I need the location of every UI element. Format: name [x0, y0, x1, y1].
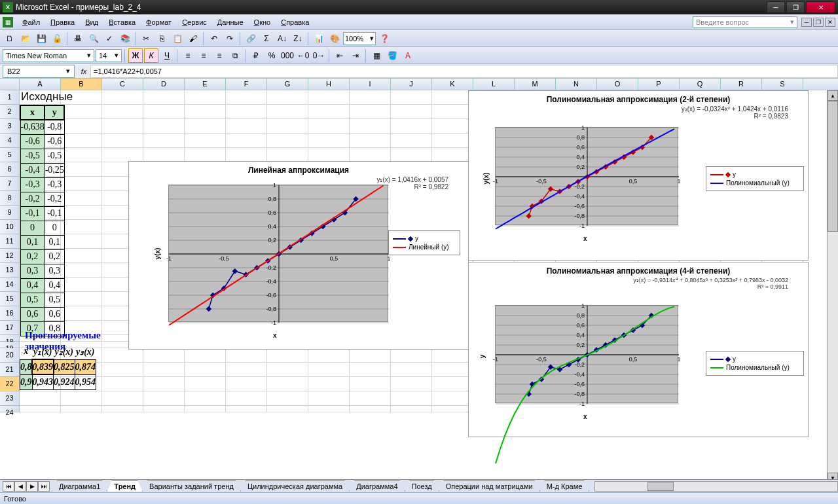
row-6[interactable]: 6 [0, 162, 20, 177]
undo-icon[interactable]: ↶ [207, 31, 221, 46]
preview-icon[interactable]: 🔍 [86, 31, 101, 46]
sort-desc-icon[interactable]: Z↓ [291, 31, 305, 46]
col-L[interactable]: L [473, 79, 515, 90]
row-19[interactable]: 19 [0, 342, 20, 348]
new-icon[interactable]: 🗋 [3, 31, 17, 46]
row-11[interactable]: 11 [0, 234, 20, 249]
col-D[interactable]: D [143, 79, 185, 90]
row-3[interactable]: 3 [0, 119, 20, 134]
chart-linear[interactable]: Линейная аппроксимация y₁(x) = 1,0416x +… [128, 161, 469, 350]
font-size-select[interactable]: 14▾ [96, 49, 122, 62]
col-P[interactable]: P [638, 79, 680, 90]
col-K[interactable]: K [432, 79, 473, 90]
redo-icon[interactable]: ↷ [223, 31, 237, 46]
row-15[interactable]: 15 [0, 292, 20, 306]
row-9[interactable]: 9 [0, 206, 20, 220]
maximize-button[interactable]: ❐ [786, 1, 805, 13]
underline-button[interactable]: Ч [160, 48, 174, 63]
row-13[interactable]: 13 [0, 263, 20, 278]
copy-icon[interactable]: ⎘ [155, 31, 169, 46]
doc-restore-button[interactable]: ❐ [813, 18, 824, 27]
align-center-icon[interactable]: ≡ [196, 48, 211, 63]
increase-decimal-icon[interactable]: ←0 [296, 48, 310, 63]
col-S[interactable]: S [762, 79, 803, 90]
name-box[interactable]: B22▾ [3, 65, 75, 78]
fill-color-icon[interactable]: 🪣 [385, 48, 399, 63]
drawing-icon[interactable]: 🎨 [327, 31, 342, 46]
percent-icon[interactable]: % [264, 48, 279, 63]
save-icon[interactable]: 💾 [34, 31, 48, 46]
row-2[interactable]: 2 [0, 105, 20, 119]
open-icon[interactable]: 📂 [18, 31, 33, 46]
font-name-select[interactable]: Times New Roman▾ [3, 49, 94, 62]
print-icon[interactable]: 🖶 [71, 31, 85, 46]
col-J[interactable]: J [391, 79, 432, 90]
row-17[interactable]: 17 [0, 321, 20, 335]
col-O[interactable]: O [597, 79, 638, 90]
col-N[interactable]: N [556, 79, 597, 90]
research-icon[interactable]: 📚 [118, 31, 132, 46]
row-23[interactable]: 23 [0, 391, 20, 406]
permission-icon[interactable]: 🔓 [50, 31, 64, 46]
cut-icon[interactable]: ✂ [139, 31, 153, 46]
fx-icon[interactable]: fx [77, 67, 90, 75]
merge-center-icon[interactable]: ⧉ [228, 48, 242, 63]
row-24[interactable]: 24 [0, 406, 20, 412]
align-right-icon[interactable]: ≡ [212, 48, 227, 63]
menu-window[interactable]: Окно [249, 17, 276, 27]
row-1[interactable]: 1 [0, 90, 20, 105]
row-10[interactable]: 10 [0, 220, 20, 234]
scroll-up-icon[interactable]: ▲ [828, 90, 838, 101]
chart-poly4[interactable]: Полиномиальная аппроксимация (4-й степен… [468, 262, 809, 437]
col-B[interactable]: B [61, 79, 102, 90]
col-E[interactable]: E [185, 79, 226, 90]
minimize-button[interactable]: ─ [767, 1, 785, 13]
col-Q[interactable]: Q [680, 79, 721, 90]
sheet-tab-0[interactable]: Диаграмма1 [52, 480, 107, 492]
col-M[interactable]: M [515, 79, 556, 90]
currency-icon[interactable]: ₽ [249, 48, 263, 63]
sheet-tab-2[interactable]: Варианты заданий тренд [142, 480, 241, 492]
chart-poly2[interactable]: Полиномиальная аппроксимация (2-й степен… [468, 90, 809, 261]
row-5[interactable]: 5 [0, 148, 20, 162]
font-color-icon[interactable]: A [401, 48, 415, 63]
row-14[interactable]: 14 [0, 278, 20, 292]
col-I[interactable]: I [350, 79, 391, 90]
tab-prev-icon[interactable]: ◀ [14, 481, 26, 492]
row-18[interactable]: 18 [0, 335, 20, 342]
autosum-icon[interactable]: Σ [259, 31, 274, 46]
borders-icon[interactable]: ▦ [369, 48, 384, 63]
chart-wizard-icon[interactable]: 📊 [312, 31, 326, 46]
hyperlink-icon[interactable]: 🔗 [244, 31, 258, 46]
sheet-tab-1[interactable]: Тренд [107, 480, 143, 492]
sort-asc-icon[interactable]: A↓ [275, 31, 289, 46]
zoom-select[interactable]: 100%▾ [343, 32, 376, 45]
row-4[interactable]: 4 [0, 134, 20, 148]
decrease-indent-icon[interactable]: ⇤ [333, 48, 347, 63]
formula-input[interactable]: =1,0416*A22+0,0057 [90, 65, 838, 78]
doc-minimize-button[interactable]: ─ [801, 18, 812, 27]
row-16[interactable]: 16 [0, 306, 20, 321]
row-12[interactable]: 12 [0, 249, 20, 263]
col-C[interactable]: C [102, 79, 143, 90]
help-search-input[interactable]: Введите вопрос▾ [693, 16, 797, 28]
close-button[interactable]: ✕ [806, 1, 835, 13]
menu-file[interactable]: Файл [17, 17, 45, 27]
sheet-tab-4[interactable]: Диаграмма4 [349, 480, 405, 492]
menu-data[interactable]: Данные [212, 17, 249, 27]
italic-button[interactable]: К [144, 48, 158, 63]
tab-first-icon[interactable]: ⏮ [3, 481, 14, 492]
col-A[interactable]: A [20, 79, 61, 90]
row-20[interactable]: 20 [0, 348, 20, 363]
tab-last-icon[interactable]: ⏭ [38, 481, 50, 492]
scroll-thumb[interactable] [828, 101, 838, 232]
col-G[interactable]: G [267, 79, 308, 90]
menu-tools[interactable]: Сервис [177, 17, 212, 27]
spelling-icon[interactable]: ✓ [102, 31, 117, 46]
sheet-tab-5[interactable]: Поезд [405, 480, 439, 492]
menu-view[interactable]: Вид [80, 17, 103, 27]
sheet-tab-7[interactable]: М-д Краме [539, 480, 590, 492]
select-all-corner[interactable] [0, 79, 20, 90]
bold-button[interactable]: Ж [128, 48, 143, 63]
format-painter-icon[interactable]: 🖌 [186, 31, 200, 46]
